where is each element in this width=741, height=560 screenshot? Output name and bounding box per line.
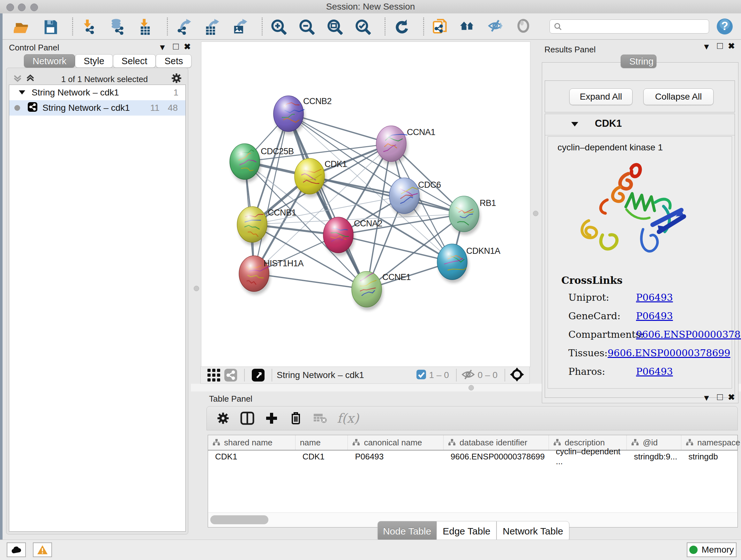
crosslink-link[interactable]: P06493 [636,292,673,303]
search-input[interactable] [562,21,705,32]
node-CCNA2[interactable] [323,217,354,256]
table-panel-close-icon[interactable]: ✖ [728,392,735,402]
crosslink-row: GeneCard:P06493 [568,310,728,321]
tab-node-table[interactable]: Node Table [378,521,436,542]
control-panel-close-icon[interactable]: ✖ [184,42,191,52]
collection-expand-icon[interactable] [18,87,26,98]
column-header-canonical-name[interactable]: canonical name [348,435,444,450]
column-header-shared-name[interactable]: shared name [208,435,295,450]
gene-collapse-icon[interactable] [570,121,579,129]
results-panel-maximize-icon[interactable]: □ [717,40,723,51]
table-panel-maximize-icon[interactable]: □ [717,391,723,402]
node-CDKN1A[interactable] [437,244,468,283]
toolbar-button-zoom-out[interactable] [298,18,315,35]
toolbar-button-refresh-view[interactable] [393,18,410,35]
birds-eye-crosshair-icon[interactable] [510,367,524,383]
table-cell[interactable]: 9606.ENSP00000378699 [444,450,549,462]
edge-HIST1H1A-CCNE1[interactable] [254,273,367,289]
tab-network-table[interactable]: Network Table [496,521,569,542]
detach-view-icon[interactable] [249,368,267,382]
table-cell[interactable]: CDK1 [295,450,348,462]
toolbar-button-duplicate-network[interactable] [431,18,448,35]
crosslink-link[interactable]: 9606.ENSP00000378699 [608,348,731,359]
crosslink-row: Uniprot:P06493 [568,292,728,303]
node-CCNB1[interactable] [237,206,268,246]
results-panel-float-icon[interactable]: ▼ [702,42,711,52]
function-builder-icon: f(x) [337,411,359,426]
tab-edge-table[interactable]: Edge Table [436,521,496,542]
column-header-name[interactable]: name [295,435,348,450]
column-header-namespace[interactable]: namespace [681,435,738,450]
toolbar-button-save-session[interactable] [42,18,59,35]
toolbar-button-zoom-selected[interactable] [354,18,371,35]
results-tab-string[interactable]: String [621,55,657,68]
export-network-icon [175,18,192,35]
show-columns-icon[interactable] [240,411,255,426]
toolbar-button-import-table[interactable] [136,18,153,35]
toolbar-button-export-image[interactable] [231,18,248,35]
table-row[interactable]: CDK1CDK1P064939606.ENSP00000378699cyclin… [208,450,738,462]
table-cell[interactable]: P06493 [348,450,444,462]
column-header--id[interactable]: @id [627,435,681,450]
network-options-gear-icon[interactable] [171,72,182,86]
node-CCNB2[interactable] [273,96,305,135]
network-share-view-icon[interactable] [222,368,240,382]
node-RB1[interactable] [449,196,480,235]
control-panel-maximize-icon[interactable]: □ [173,41,179,52]
toolbar-button-export-table[interactable] [203,18,220,35]
gene-section-header[interactable]: CDK1 [545,114,735,135]
table-splitter-handle[interactable] [468,385,474,390]
table-panel-float-icon[interactable]: ▼ [702,393,711,403]
table-cell[interactable]: CDK1 [208,450,295,462]
toolbar-button-zoom-fit[interactable] [326,18,343,35]
results-panel-close-icon[interactable]: ✖ [728,41,735,51]
column-header-database-identifier[interactable]: database identifier [444,435,549,450]
collapse-all-button[interactable]: Collapse All [643,88,714,105]
table-settings-gear-icon[interactable] [216,411,230,426]
crosslink-link[interactable]: 9606.ENSP00000378699 [636,329,741,340]
toolbar-button-open-session[interactable] [13,18,30,35]
cloud-status-button[interactable] [7,543,26,557]
help-button[interactable]: ? [716,18,733,35]
node-CCNA1[interactable] [376,126,408,165]
warning-status-button[interactable] [33,543,52,557]
node-CDC6[interactable] [389,178,421,217]
edge-CCNB2-HIST1H1A[interactable] [254,114,288,273]
expand-all-networks-icon[interactable] [25,73,35,85]
node-CCNE1[interactable] [352,271,383,310]
toolbar-button-show-panel[interactable] [515,18,533,35]
grid-view-icon[interactable] [206,368,222,382]
toolbar-button-zoom-in[interactable] [270,18,287,35]
add-column-icon[interactable] [264,411,279,426]
table-cell[interactable]: cyclin–dependent ... [549,450,627,462]
toolbar-button-import-network[interactable] [80,18,97,35]
tab-sets[interactable]: Sets [156,54,192,68]
tab-style[interactable]: Style [75,54,113,68]
toolbar-button-export-network[interactable] [175,18,192,35]
crosslink-link[interactable]: P06493 [636,366,673,377]
tab-network[interactable]: Network [24,54,75,68]
network-collection-row[interactable]: String Network – cdk1 1 [9,85,185,100]
toolbar-button-import-database[interactable] [108,18,125,35]
toolbar-button-show-home-panels[interactable] [459,18,476,35]
tab-select[interactable]: Select [113,54,156,68]
hidden-eye-icon[interactable] [461,369,475,381]
right-splitter-handle[interactable] [533,211,538,216]
network-view-title: String Network – cdk1 [277,370,364,380]
control-panel-float-icon[interactable]: ▼ [158,43,166,52]
scrollbar-thumb[interactable] [210,515,268,524]
selected-checkbox-icon[interactable] [416,369,426,381]
crosslink-link[interactable]: P06493 [636,310,673,321]
collapse-all-networks-icon[interactable] [13,73,22,85]
expand-all-button[interactable]: Expand All [569,88,632,105]
memory-button[interactable]: Memory [687,543,737,557]
toolbar-button-hide-panels[interactable] [487,18,504,35]
left-splitter-handle[interactable] [194,286,199,291]
network-canvas[interactable]: CCNB2CCNA1CDC25BCDK1CDC6RB1CCNB1CCNA2CDK… [201,42,530,367]
table-cell[interactable]: stringdb:9... [627,450,681,462]
node-CDK1[interactable] [294,159,326,197]
table-cell[interactable]: stringdb [681,450,738,462]
network-row[interactable]: String Network – cdk1 11 48 [9,100,185,116]
delete-column-icon[interactable] [288,411,303,426]
search-box[interactable] [549,19,709,34]
